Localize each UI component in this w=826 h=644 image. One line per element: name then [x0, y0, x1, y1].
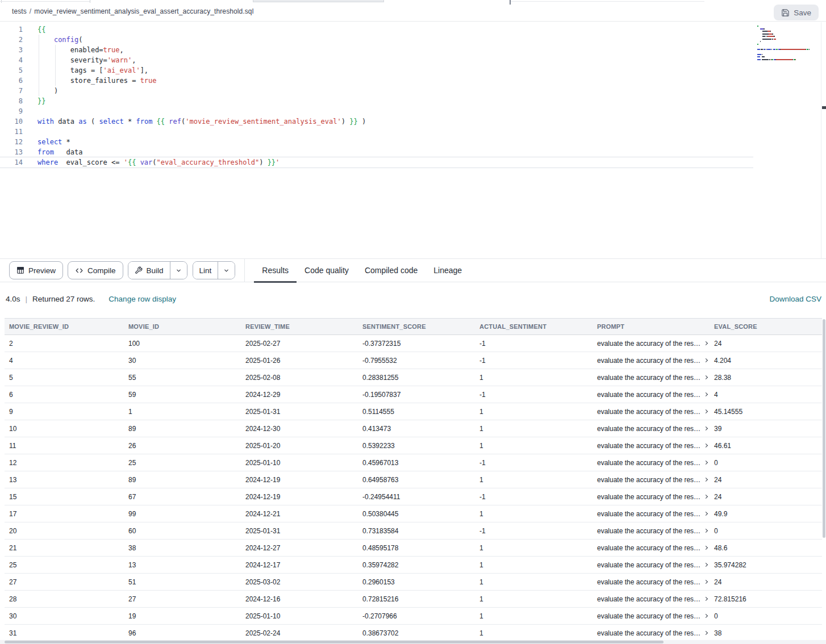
editor-scrollbar-thumb[interactable] [822, 106, 826, 109]
compile-button[interactable]: Compile [68, 261, 123, 279]
prompt-expand-icon[interactable] [704, 495, 708, 499]
editor-minimap[interactable] [757, 26, 821, 61]
cell-prompt: evaluate the accuracy of the res… [593, 454, 710, 471]
tab-label: Code quality [304, 266, 349, 275]
prompt-expand-icon[interactable] [704, 392, 708, 396]
breadcrumb-directory: tests [12, 7, 27, 15]
cell-sentiment_score: 0.413473 [358, 420, 475, 437]
cell-review_time: 2024-12-29 [241, 386, 358, 403]
chevron-down-icon [176, 267, 182, 274]
cell-sentiment_score: 0.38673702 [358, 625, 475, 641]
code-line: 5 tags = ['ai_eval'], [0, 65, 826, 76]
cell-movie_review_id: 28 [5, 591, 124, 607]
code-line: 4 severity='warn', [0, 55, 826, 65]
code-editor[interactable]: 1{{2 config(3 enabled=true,4 severity='w… [0, 22, 826, 259]
wrench-icon [135, 266, 143, 274]
prompt-expand-icon[interactable] [704, 478, 708, 482]
cell-review_time: 2025-02-27 [241, 335, 358, 352]
prompt-text: evaluate the accuracy of the res… [597, 425, 700, 433]
tab-code-quality[interactable]: Code quality [297, 259, 357, 282]
table-row: 28272024-12-160.728152161evaluate the ac… [5, 591, 822, 608]
code-line: 9 [0, 106, 826, 116]
cell-movie_id: 30 [124, 352, 241, 369]
prompt-expand-icon[interactable] [704, 358, 708, 362]
results-body: 21002025-02-27-0.37372315-1evaluate the … [5, 335, 822, 642]
cell-movie_id: 96 [124, 625, 241, 641]
editor-scrollbar-track [821, 22, 821, 258]
cell-movie_review_id: 15 [5, 488, 124, 505]
cell-eval_score: 72.815216 [710, 591, 822, 607]
chevron-down-icon [223, 267, 230, 274]
build-button-group: Build [128, 261, 187, 279]
cell-prompt: evaluate the accuracy of the res… [593, 471, 710, 488]
table-row: 25132024-12-170.359742821evaluate the ac… [5, 557, 822, 574]
prompt-expand-icon[interactable] [704, 444, 708, 448]
prompt-text: evaluate the accuracy of the res… [597, 612, 700, 620]
prompt-expand-icon[interactable] [704, 614, 708, 618]
table-row: 13892024-12-190.649587631evaluate the ac… [5, 471, 822, 488]
table-row: 30192025-01-10-0.27079661evaluate the ac… [5, 608, 822, 625]
lint-button[interactable]: Lint [193, 262, 218, 279]
prompt-expand-icon[interactable] [704, 341, 708, 345]
lint-dropdown-button[interactable] [218, 262, 235, 279]
line-number: 5 [0, 65, 23, 76]
prompt-expand-icon[interactable] [704, 563, 708, 567]
prompt-expand-icon[interactable] [704, 409, 708, 413]
breadcrumb-separator: / [30, 7, 31, 15]
code-line: 2 config( [0, 35, 826, 45]
cell-actual_sentiment: -1 [475, 454, 593, 471]
rows-returned-text: Returned 27 rows. [32, 295, 95, 303]
cell-eval_score: 38 [710, 625, 822, 641]
prompt-text: evaluate the accuracy of the res… [597, 595, 700, 603]
table-row: 912025-01-310.51145551evaluate the accur… [5, 403, 822, 420]
download-csv-link[interactable]: Download CSV [769, 295, 821, 303]
tab-compiled-code[interactable]: Compiled code [357, 259, 425, 282]
prompt-expand-icon[interactable] [704, 529, 708, 533]
results-table: MOVIE_REVIEW_IDMOVIE_IDREVIEW_TIMESENTIM… [5, 318, 822, 642]
cell-movie_review_id: 21 [5, 540, 124, 556]
code-line: 3 enabled=true, [0, 45, 826, 55]
compile-button-label: Compile [87, 266, 116, 275]
line-number: 6 [0, 76, 23, 86]
cell-movie_review_id: 4 [5, 352, 124, 369]
cell-movie_review_id: 17 [5, 505, 124, 522]
cell-review_time: 2024-12-16 [241, 591, 358, 607]
tab-lineage[interactable]: Lineage [425, 259, 470, 282]
cell-prompt: evaluate the accuracy of the res… [593, 608, 710, 624]
prompt-text: evaluate the accuracy of the res… [597, 578, 700, 586]
prompt-expand-icon[interactable] [704, 461, 708, 465]
results-horizontal-scrollbar[interactable] [5, 641, 664, 643]
tab-results[interactable]: Results [254, 259, 297, 282]
cell-actual_sentiment: 1 [475, 540, 593, 556]
prompt-expand-icon[interactable] [704, 512, 708, 516]
prompt-expand-icon[interactable] [704, 426, 708, 430]
prompt-expand-icon[interactable] [704, 375, 708, 379]
cell-review_time: 2025-03-02 [241, 574, 358, 590]
build-button[interactable]: Build [128, 262, 170, 279]
save-button[interactable]: Save [774, 5, 819, 20]
cell-actual_sentiment: -1 [475, 352, 593, 369]
lint-button-label: Lint [199, 266, 212, 275]
cell-review_time: 2024-12-30 [241, 420, 358, 437]
breadcrumb: tests/movie_review_sentiment_analysis_ev… [12, 7, 253, 15]
cell-prompt: evaluate the accuracy of the res… [593, 386, 710, 403]
cell-sentiment_score: -0.24954411 [358, 488, 475, 505]
prompt-expand-icon[interactable] [704, 580, 708, 584]
prompt-expand-icon[interactable] [704, 546, 708, 550]
results-vertical-scrollbar[interactable] [823, 319, 825, 538]
cell-review_time: 2024-12-17 [241, 557, 358, 573]
results-tabs: Results Code quality Compiled code Linea… [254, 259, 470, 282]
cell-movie_review_id: 11 [5, 437, 124, 454]
prompt-expand-icon[interactable] [704, 631, 708, 635]
tab-strip-edge [511, 1, 704, 2]
results-header-row: MOVIE_REVIEW_IDMOVIE_IDREVIEW_TIMESENTIM… [5, 318, 822, 335]
file-header: tests/movie_review_sentiment_analysis_ev… [0, 3, 826, 22]
prompt-text: evaluate the accuracy of the res… [597, 459, 700, 467]
cell-actual_sentiment: 1 [475, 420, 593, 437]
prompt-expand-icon[interactable] [704, 597, 708, 601]
build-dropdown-button[interactable] [170, 262, 187, 279]
cell-eval_score: 0 [710, 454, 822, 471]
table-row: 10892024-12-300.4134731evaluate the accu… [5, 420, 822, 437]
change-row-display-link[interactable]: Change row display [109, 295, 176, 303]
preview-button[interactable]: Preview [9, 261, 63, 279]
